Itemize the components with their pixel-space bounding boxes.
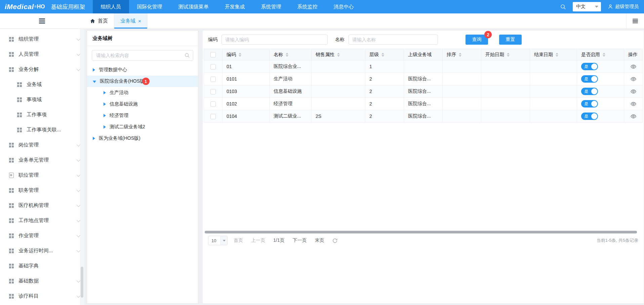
language-select[interactable]: 中文 (573, 2, 601, 11)
sidebar-item-label: 岗位管理 (18, 142, 39, 148)
sort-icon[interactable] (507, 53, 510, 57)
sidebar-item[interactable]: 职务管理 (0, 183, 84, 198)
reset-button[interactable]: 重置 (499, 35, 522, 45)
sidebar-item[interactable]: 业务域 (0, 77, 84, 92)
tab-home[interactable]: 首页 (84, 13, 114, 29)
topnav-item[interactable]: 系统管理 (253, 0, 289, 13)
cell-end-date (530, 98, 577, 110)
sidebar-scrollbar[interactable] (80, 29, 84, 305)
sidebar-item[interactable]: 基础字典 (0, 258, 84, 273)
sort-icon[interactable] (381, 53, 384, 57)
sidebar-item[interactable]: 组织管理 (0, 32, 84, 47)
sidebar-item-label: 业务运行时间... (18, 248, 53, 254)
pager-next[interactable]: 下一页 (292, 237, 307, 244)
enabled-toggle[interactable]: 是 (581, 88, 598, 95)
page-size-select[interactable]: 10 (208, 236, 228, 245)
sidebar-item[interactable]: 工作事项 (0, 107, 84, 122)
horizontal-scrollbar[interactable] (205, 231, 642, 233)
tree-node[interactable]: 医院综合业务(HOS版) 1 (87, 76, 198, 87)
tree-node[interactable]: 测试二级业务域2 (87, 121, 198, 133)
sidebar-item[interactable]: 业务分解 (0, 62, 84, 77)
sidebar-item[interactable]: 事项域 (0, 92, 84, 107)
topnav-item[interactable]: 测试顶级菜单 (170, 0, 217, 13)
row-checkbox[interactable] (210, 77, 216, 82)
tree-expand-icon[interactable] (93, 137, 95, 140)
sidebar-item[interactable]: 医疗机构管理 (0, 198, 84, 213)
enabled-toggle[interactable]: 是 (581, 63, 598, 70)
sidebar-item[interactable]: 诊疗科目 (0, 289, 84, 304)
cell-level: 2 (365, 85, 404, 98)
scrollbar-thumb[interactable] (81, 267, 83, 298)
grid-icon (9, 203, 14, 208)
close-icon[interactable]: × (138, 18, 141, 24)
scrollbar-thumb[interactable] (205, 231, 637, 233)
topnav-item[interactable]: 组织人员 (93, 0, 129, 13)
eye-icon[interactable] (630, 63, 637, 70)
tab-list-button[interactable] (633, 19, 638, 24)
app-window: iMedical®HO 基础应用框架 组织人员 国际化管理 测试顶级菜单 开发集… (0, 0, 644, 305)
enabled-toggle[interactable]: 是 (581, 113, 598, 120)
sidebar-item[interactable]: 人员管理 (0, 47, 84, 62)
topnav-item[interactable]: 系统监控 (289, 0, 326, 13)
pager-last[interactable]: 末页 (315, 237, 324, 244)
code-filter-label: 编码 (208, 37, 217, 43)
cell-parent-domain: 医院综合... (404, 73, 443, 85)
sidebar-item[interactable]: 岗位管理 (0, 137, 84, 152)
sort-icon[interactable] (556, 53, 558, 57)
tree-node[interactable]: 经济管理 (87, 110, 198, 121)
code-filter-input[interactable] (222, 35, 328, 45)
row-checkbox[interactable] (210, 101, 216, 107)
name-filter-input[interactable] (349, 35, 438, 45)
column-header: 上级业务域 (408, 52, 432, 58)
tree-node[interactable]: 医为业务域(HOS版) (87, 133, 198, 144)
eye-icon[interactable] (630, 101, 637, 107)
tree-expand-icon[interactable] (104, 114, 106, 117)
tree-node[interactable]: 信息基础设施 (87, 98, 198, 110)
sort-icon[interactable] (459, 53, 461, 57)
row-checkbox[interactable] (210, 114, 216, 119)
enabled-toggle[interactable]: 是 (581, 75, 598, 83)
row-checkbox[interactable] (210, 89, 216, 94)
sidebar-item[interactable]: 工作事项关联... (0, 122, 84, 137)
sidebar-item[interactable]: 职位管理 (0, 168, 84, 183)
sort-icon[interactable] (286, 53, 288, 57)
search-icon[interactable] (560, 4, 566, 10)
tab-business-domain[interactable]: 业务域 × (114, 13, 148, 29)
sidebar-item[interactable]: 工作地点管理 (0, 213, 84, 228)
sidebar-item[interactable]: 作业管理 (0, 228, 84, 243)
sidebar-collapse-button[interactable] (39, 18, 45, 24)
sort-icon[interactable] (603, 53, 605, 57)
tree-expand-icon[interactable] (104, 125, 106, 129)
sort-icon[interactable] (337, 53, 340, 57)
topnav-item[interactable]: 消息中心 (326, 0, 362, 13)
select-all-checkbox[interactable] (210, 52, 216, 57)
row-checkbox[interactable] (210, 64, 216, 70)
collapse-zone (0, 13, 84, 29)
pager-first[interactable]: 首页 (234, 237, 243, 244)
tree-search-input[interactable] (92, 50, 193, 61)
topnav-item[interactable]: 开发集成 (217, 0, 253, 13)
tree-node[interactable]: 管理数据中心 (87, 64, 198, 76)
topnav-item[interactable]: 国际化管理 (129, 0, 170, 13)
tree-node[interactable]: 生产活动 (87, 87, 198, 98)
eye-icon[interactable] (630, 88, 637, 95)
user-menu[interactable]: 超级管理员 (608, 4, 639, 10)
main-panel: 编码 名称 查询 2 重置 (202, 30, 644, 304)
eye-icon[interactable] (630, 76, 637, 82)
sidebar-item[interactable]: 基础数据 (0, 273, 84, 289)
tree-expand-icon[interactable] (93, 81, 96, 83)
user-icon (608, 4, 613, 9)
sidebar-item[interactable]: 业务单元管理 (0, 152, 84, 168)
enabled-toggle[interactable]: 是 (581, 100, 598, 107)
eye-icon[interactable] (630, 113, 637, 120)
tree-expand-icon[interactable] (104, 102, 106, 106)
refresh-icon[interactable] (332, 238, 338, 244)
cell-end-date (530, 85, 577, 98)
cell-name: 生产活动 (270, 73, 312, 85)
sidebar-item[interactable]: 业务运行时间... (0, 243, 84, 258)
tree-expand-icon[interactable] (104, 91, 106, 94)
pager-prev[interactable]: 上一页 (251, 237, 265, 244)
toggle-knob (591, 88, 597, 94)
sort-icon[interactable] (239, 53, 241, 57)
tree-expand-icon[interactable] (93, 68, 95, 72)
